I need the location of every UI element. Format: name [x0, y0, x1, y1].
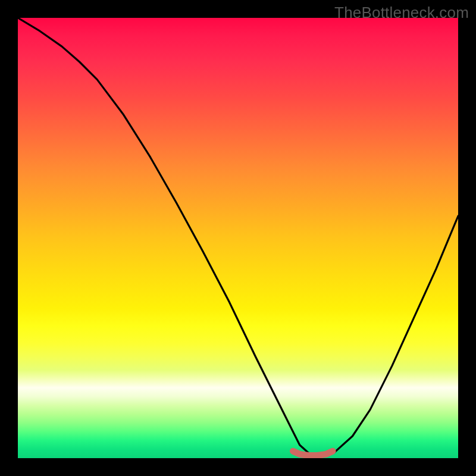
- watermark-label: TheBottleneck.com: [334, 4, 469, 22]
- chart-frame: TheBottleneck.com: [0, 0, 476, 476]
- curve-layer: [18, 18, 458, 458]
- bottleneck-curve: [18, 18, 458, 456]
- plot-area: [18, 18, 458, 458]
- sweet-spot-band: [293, 451, 333, 455]
